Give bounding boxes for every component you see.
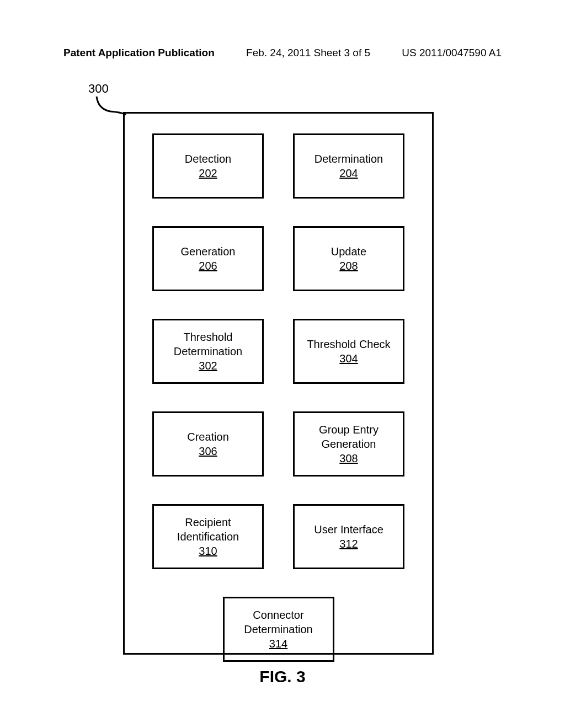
header-right: US 2011/0047590 A1 <box>402 47 502 59</box>
group-entry-generation-box: Group EntryGeneration 308 <box>293 411 404 477</box>
diagram-row: Creation 306 Group EntryGeneration 308 <box>152 411 404 477</box>
box-ref: 310 <box>199 544 217 558</box>
box-label: ThresholdDetermination <box>174 330 243 358</box>
box-label: Detection <box>185 152 232 166</box>
box-label: Group EntryGeneration <box>319 422 379 451</box>
diagram-row: Generation 206 Update 208 <box>152 226 404 291</box>
box-ref: 202 <box>199 166 217 180</box>
box-ref: 314 <box>269 636 287 651</box>
box-ref: 308 <box>339 451 358 465</box>
threshold-check-box: Threshold Check 304 <box>293 319 404 384</box>
box-ref: 208 <box>339 259 358 273</box>
box-ref: 204 <box>339 166 358 180</box>
diagram-row: ThresholdDetermination 302 Threshold Che… <box>152 319 404 384</box>
box-label: RecipientIdentification <box>177 515 239 544</box>
box-ref: 206 <box>199 259 217 273</box>
box-label: User Interface <box>314 522 383 537</box>
update-box: Update 208 <box>293 226 404 291</box>
diagram-row: RecipientIdentification 310 User Interfa… <box>152 504 404 569</box>
figure-label: FIG. 3 <box>0 667 565 686</box>
recipient-identification-box: RecipientIdentification 310 <box>152 504 264 569</box>
box-label: Creation <box>187 430 229 444</box>
creation-box: Creation 306 <box>152 411 264 477</box>
box-label: Generation <box>181 244 236 259</box>
diagram-row: Detection 202 Determination 204 <box>152 133 404 199</box>
determination-box: Determination 204 <box>293 133 404 199</box>
box-label: Threshold Check <box>307 337 390 351</box>
generation-box: Generation 206 <box>152 226 264 291</box>
header-center: Feb. 24, 2011 Sheet 3 of 5 <box>246 47 370 59</box>
user-interface-box: User Interface 312 <box>293 504 404 569</box>
diagram-row: ConnectorDetermination 314 <box>152 597 404 662</box>
box-ref: 312 <box>339 537 358 551</box>
connector-determination-box: ConnectorDetermination 314 <box>223 597 334 662</box>
diagram-container: Detection 202 Determination 204 Generati… <box>123 112 434 655</box>
box-ref: 304 <box>339 351 358 366</box>
threshold-determination-box: ThresholdDetermination 302 <box>152 319 264 384</box>
box-label: Determination <box>315 152 383 166</box>
detection-box: Detection 202 <box>152 133 264 199</box>
box-label: ConnectorDetermination <box>244 608 313 636</box>
header-left: Patent Application Publication <box>63 47 215 59</box>
box-ref: 306 <box>199 444 217 458</box>
page-header: Patent Application Publication Feb. 24, … <box>0 0 565 59</box>
box-label: Update <box>331 244 367 259</box>
box-ref: 302 <box>199 358 217 373</box>
